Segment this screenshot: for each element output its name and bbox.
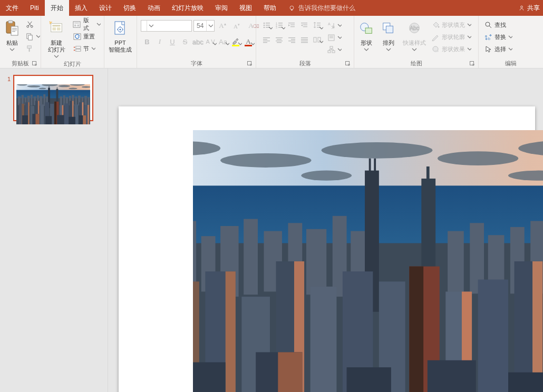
svg-point-69 [521, 6, 523, 8]
shapes-button[interactable]: 形状 [356, 17, 377, 53]
layout-button[interactable]: 版式 [71, 18, 102, 30]
inc-indent-button[interactable] [298, 19, 311, 32]
slide-thumbnail-image [16, 84, 90, 124]
svg-rect-153 [386, 26, 393, 33]
svg-rect-79 [28, 35, 32, 40]
drawing-dialog-launcher[interactable] [469, 61, 476, 67]
group-font: 54 A▴ A▾ A⌫ B I U S abc A V Aa A 字体 [137, 16, 256, 68]
chevron-down-icon [250, 40, 255, 47]
font-color-button[interactable]: A [242, 35, 255, 48]
copy-button[interactable] [24, 31, 42, 42]
columns-button[interactable] [311, 33, 323, 46]
justify-button[interactable] [298, 33, 311, 46]
slide-canvas-area[interactable] [108, 68, 543, 392]
svg-point-67 [290, 6, 294, 9]
select-button[interactable]: 选择 [482, 43, 514, 55]
group-pptgen: PPT智能生成 [104, 16, 137, 68]
arrange-icon [381, 18, 396, 38]
shadow-button[interactable]: abc [191, 35, 204, 48]
text-direction-button[interactable]: A文 [325, 19, 343, 31]
paste-icon [5, 18, 20, 38]
shapes-icon [358, 18, 374, 38]
highlight-button[interactable] [229, 35, 242, 48]
svg-rect-151 [365, 28, 372, 33]
slide[interactable] [119, 106, 535, 392]
smartart-button[interactable] [325, 44, 343, 55]
tab-file[interactable]: 文件 [0, 0, 24, 16]
chevron-down-icon [96, 22, 101, 26]
font-size-combo[interactable]: 54 [193, 20, 215, 32]
dec-indent-button[interactable] [285, 19, 298, 32]
group-drawing: 形状 排列 Abc 快速样式 形状填充 形状轮廓 形状效果 绘图 [354, 16, 479, 68]
strike-button[interactable]: S [179, 35, 191, 48]
tab-view[interactable]: 视图 [234, 0, 258, 16]
svg-rect-115 [288, 23, 295, 23]
ppt-generate-button[interactable]: PPT智能生成 [106, 17, 134, 53]
group-drawing-label: 绘图 [411, 60, 422, 67]
font-dialog-launcher[interactable] [247, 61, 253, 67]
slide-image[interactable] [193, 130, 543, 392]
bold-button[interactable]: B [141, 35, 153, 48]
find-button[interactable]: 查找 [482, 19, 514, 31]
share-button[interactable]: 共享 [518, 4, 543, 13]
replace-button[interactable]: ab替换 [482, 31, 514, 43]
reset-button[interactable]: 重置 [71, 31, 102, 42]
tab-design[interactable]: 设计 [93, 0, 118, 16]
numbering-button[interactable]: 123 [273, 19, 285, 32]
align-left-button[interactable] [260, 33, 273, 46]
svg-rect-124 [263, 37, 270, 38]
grow-font-button[interactable]: A▴ [216, 19, 229, 32]
clear-format-button[interactable]: A⌫ [245, 19, 257, 32]
quick-styles-button[interactable]: Abc 快速样式 [400, 17, 429, 53]
tab-animations[interactable]: 动画 [142, 0, 166, 16]
thumbnail-number: 1 [4, 76, 11, 82]
section-button[interactable]: 节 [71, 43, 102, 54]
paragraph-dialog-launcher[interactable] [345, 61, 351, 67]
paste-label: 粘贴 [6, 40, 18, 46]
thumbnail-item[interactable]: 1 [0, 75, 108, 121]
group-slides-label: 幻灯片 [64, 60, 81, 68]
font-combo[interactable] [141, 20, 192, 32]
svg-point-158 [434, 50, 439, 52]
tab-help[interactable]: 帮助 [258, 0, 282, 16]
tab-slideshow[interactable]: 幻灯片放映 [166, 0, 209, 16]
paste-button[interactable]: 粘贴 [2, 17, 23, 53]
arrange-button[interactable]: 排列 [378, 17, 399, 53]
format-painter-button[interactable] [24, 43, 42, 54]
tab-insert[interactable]: 插入 [69, 0, 93, 16]
line-spacing-button[interactable] [311, 19, 323, 32]
underline-button[interactable]: U [166, 35, 179, 48]
pen-icon [431, 33, 440, 41]
align-text-button[interactable] [325, 32, 343, 43]
bullets-button[interactable] [260, 19, 273, 32]
format-painter-icon [25, 44, 34, 53]
svg-rect-88 [74, 22, 79, 23]
align-right-button[interactable] [285, 33, 298, 46]
tab-home[interactable]: 开始 [45, 0, 69, 16]
change-case-button[interactable]: Aa [217, 35, 229, 48]
cut-button[interactable] [24, 18, 42, 30]
italic-button[interactable]: I [153, 35, 166, 48]
shape-effects-button[interactable]: 形状效果 [430, 43, 473, 55]
tab-review[interactable]: 审阅 [209, 0, 234, 16]
svg-point-107 [263, 27, 265, 28]
shape-fill-button[interactable]: 形状填充 [430, 19, 473, 31]
ribbon: 粘贴 剪贴板 新建幻灯片 版式 重置 节 [0, 16, 543, 68]
align-left-icon [263, 36, 270, 43]
thumbnail-pane[interactable]: 1 [0, 68, 108, 392]
replace-icon: ab [484, 33, 492, 41]
tab-piti[interactable]: Piti [24, 0, 45, 16]
chevron-down-icon [54, 54, 59, 58]
char-spacing-button[interactable]: A V [204, 35, 217, 48]
thumbnail-slide[interactable] [13, 75, 93, 121]
tellme[interactable]: 告诉我你想要做什么 [288, 4, 355, 13]
svg-rect-119 [303, 25, 307, 25]
svg-point-76 [26, 25, 28, 27]
shrink-font-button[interactable]: A▾ [230, 19, 243, 32]
shape-outline-button[interactable]: 形状轮廓 [430, 31, 473, 43]
new-slide-button[interactable]: 新建幻灯片 [43, 17, 70, 60]
tab-transitions[interactable]: 切换 [118, 0, 142, 16]
svg-rect-73 [12, 28, 17, 29]
align-center-button[interactable] [273, 33, 285, 46]
clipboard-dialog-launcher[interactable] [32, 61, 38, 67]
